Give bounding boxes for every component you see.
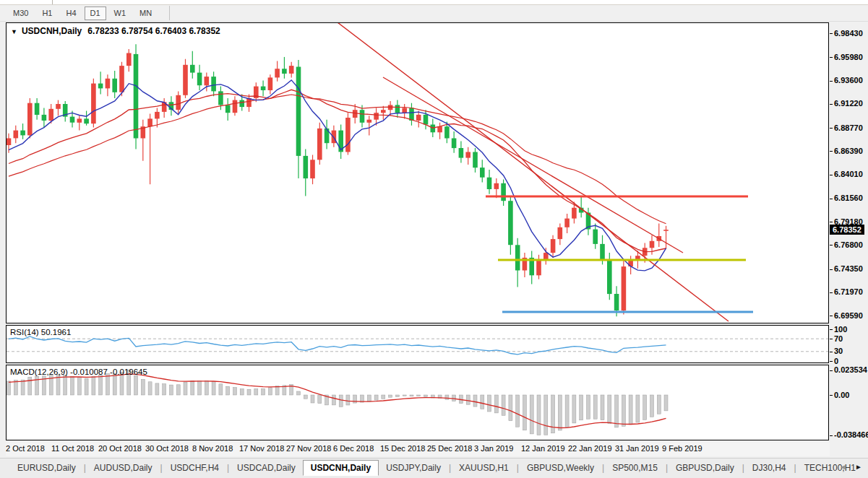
candle-body — [7, 139, 11, 146]
candle-body — [452, 139, 457, 149]
price-tick-label: 6.93600 — [830, 76, 863, 85]
timeframe-d1-button[interactable]: D1 — [85, 6, 106, 20]
rsi-indicator-pane[interactable]: RSI(14) 50.1961 — [6, 325, 829, 363]
candle-body — [20, 131, 25, 136]
timeframe-h4-button[interactable]: H4 — [60, 6, 82, 20]
date-tick-label: 31 Jan 2019 — [615, 444, 659, 453]
date-tick-label: 2 Oct 2018 — [6, 444, 45, 453]
macd-tick-label: 0.023534 — [830, 365, 867, 375]
menu-divider — [52, 0, 53, 4]
tab-usdcad[interactable]: USDCAD,Daily — [230, 461, 303, 475]
candle-body — [35, 103, 40, 115]
macd-histogram-bar — [163, 384, 166, 396]
macd-histogram-bar — [113, 374, 116, 395]
price-axis[interactable]: 6.984306.959806.936006.912206.887706.863… — [830, 22, 868, 441]
candle-body — [42, 115, 47, 121]
macd-histogram-bar — [99, 375, 103, 396]
timeframe-mn-button[interactable]: MN — [134, 6, 158, 20]
macd-tick-label: -0.038466 — [830, 430, 868, 440]
macd-chart — [7, 365, 828, 440]
tab-eurusd[interactable]: EURUSD,Daily — [10, 461, 83, 475]
macd-histogram-bar — [169, 385, 173, 395]
candle-body — [628, 261, 633, 266]
timeframe-toolbar: M30 H1 H4 D1 W1 MN — [0, 5, 868, 22]
date-tick-label: 3 Jan 2019 — [474, 444, 513, 453]
chart-ohlc-values: 6.78233 6.78754 6.76403 6.78352 — [87, 26, 220, 36]
price-tick-label: 6.91220 — [830, 99, 863, 108]
macd-histogram-bar — [141, 379, 145, 395]
candle-body — [480, 168, 485, 178]
macd-histogram-bar — [445, 395, 449, 399]
macd-histogram-bar — [311, 395, 314, 403]
macd-histogram-bar — [494, 395, 498, 413]
macd-histogram-bar — [71, 376, 74, 395]
macd-histogram-bar — [254, 388, 258, 395]
macd-histogram-bar — [481, 395, 484, 409]
macd-histogram-bar — [219, 384, 223, 395]
macd-indicator-pane[interactable]: MACD(12,26,9) -0.010087 -0.019645 — [6, 365, 829, 440]
candle-body — [501, 183, 506, 201]
chart-symbol-label: USDCNH,Daily — [22, 26, 82, 36]
date-axis[interactable]: 2 Oct 201811 Oct 201820 Oct 201830 Oct 2… — [6, 443, 830, 456]
tab-gbpusd[interactable]: GBPUSD,Daily — [669, 461, 742, 475]
macd-histogram-bar — [233, 388, 237, 395]
tab-usdcnh[interactable]: USDCNH,Daily — [303, 460, 379, 476]
candle-body — [536, 260, 541, 276]
candle-body — [218, 91, 223, 105]
toolbar-separator — [169, 6, 170, 20]
macd-histogram-bar — [14, 380, 17, 395]
macd-histogram-bar — [367, 395, 371, 401]
macd-histogram-bar — [452, 395, 456, 401]
macd-histogram-bar — [488, 395, 491, 412]
candle-body — [112, 79, 117, 92]
candle-body — [239, 100, 244, 108]
macd-histogram-bar — [7, 381, 11, 395]
macd-histogram-bar — [417, 395, 421, 396]
date-tick-label: 25 Dec 2018 — [427, 444, 472, 453]
tab-audusd[interactable]: AUDUSD,Daily — [87, 461, 160, 475]
tab-usdjpy[interactable]: USDJPY,Daily — [379, 461, 448, 475]
candle-body — [296, 67, 301, 156]
macd-histogram-bar — [339, 395, 343, 407]
macd-histogram-bar — [629, 395, 632, 425]
macd-histogram-bar — [601, 395, 604, 420]
date-tick-label: 11 Oct 2018 — [51, 444, 94, 453]
timeframe-m30-button[interactable]: M30 — [7, 6, 34, 20]
date-tick-label: 20 Oct 2018 — [98, 444, 142, 453]
date-tick-label: 15 Dec 2018 — [380, 444, 425, 453]
macd-histogram-bar — [155, 383, 159, 395]
tab-sp500[interactable]: SP500,M15 — [605, 461, 665, 475]
chart-tab-bar: EURUSD,Daily|AUDUSD,Daily|USDCHF,H4|USDC… — [0, 458, 868, 478]
macd-histogram-bar — [544, 395, 548, 435]
macd-histogram-bar — [77, 377, 81, 395]
chart-dropdown-icon[interactable]: ▼ — [11, 28, 17, 35]
date-tick-label: 6 Dec 2018 — [333, 444, 374, 453]
candle-body — [225, 105, 231, 113]
tab-dj30[interactable]: DJ30,H4 — [745, 461, 794, 475]
date-tick-label: 12 Jan 2019 — [521, 444, 565, 453]
macd-histogram-bar — [622, 395, 625, 426]
tab-gbpusd[interactable]: GBPUSD,Weekly — [520, 461, 601, 475]
tab-usdchf[interactable]: USDCHF,H4 — [163, 461, 226, 475]
timeframe-h1-button[interactable]: H1 — [36, 6, 58, 20]
macd-histogram-bar — [134, 375, 138, 395]
timeframe-w1-button[interactable]: W1 — [108, 6, 132, 20]
trading-terminal-window: M30 H1 H4 D1 W1 MN ▼USDCNH,Daily6.78233 … — [0, 0, 868, 478]
tab-xauusd[interactable]: XAUUSD,H1 — [452, 461, 516, 475]
macd-histogram-bar — [572, 395, 576, 423]
tabs-scroll-right-icon[interactable]: ► — [855, 463, 862, 471]
macd-histogram-bar — [374, 395, 378, 400]
candle-body — [515, 245, 520, 270]
price-chart-pane[interactable]: ▼USDCNH,Daily6.78233 6.78754 6.76403 6.7… — [6, 22, 829, 323]
candle-body — [663, 230, 669, 231]
candle-body — [388, 105, 393, 110]
tabs-scroll-left-icon[interactable]: ◄ — [839, 463, 846, 471]
candle-body — [282, 69, 287, 74]
rsi-tick-label: 70 — [830, 334, 843, 344]
macd-histogram-bar — [593, 395, 597, 419]
date-tick-label: 30 Oct 2018 — [145, 444, 189, 453]
rsi-tick-label: 0 — [830, 357, 838, 366]
macd-label: MACD(12,26,9) -0.010087 -0.019645 — [10, 368, 147, 376]
macd-histogram-bar — [389, 395, 392, 397]
macd-histogram-bar — [473, 395, 477, 407]
